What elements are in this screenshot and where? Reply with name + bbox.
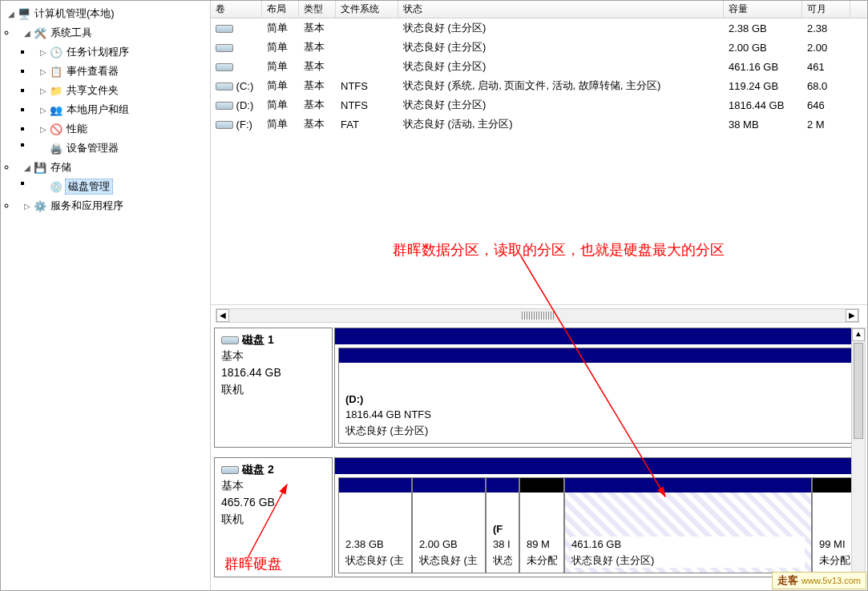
partition-selected[interactable]: 461.16 GB状态良好 (主分区) <box>564 477 812 573</box>
horizontal-scrollbar[interactable]: ◀ ▶ <box>216 308 859 323</box>
partition-status: 状态良好 (主分区) <box>345 424 428 436</box>
tree-disk-management[interactable]: 💿磁盘管理 <box>33 177 210 196</box>
disk-stripe <box>335 458 863 474</box>
disk-size: 465.76 GB <box>221 494 325 511</box>
volume-row[interactable]: (F:)简单基本FAT状态良好 (活动, 主分区)38 MB2 M <box>211 115 867 134</box>
partition-status: 状态 <box>493 554 512 566</box>
tree-local-users[interactable]: ▷👥本地用户和组 <box>33 100 210 119</box>
expand-icon[interactable]: ▷ <box>38 67 49 76</box>
col-layout[interactable]: 布局 <box>262 1 299 18</box>
users-icon: 👥 <box>49 103 63 117</box>
volume-row[interactable]: 简单基本状态良好 (主分区)461.16 GB461 <box>211 57 867 76</box>
col-type[interactable]: 类型 <box>299 1 336 18</box>
partition-unallocated[interactable]: 89 M未分配 <box>519 477 564 573</box>
volume-icon <box>216 25 233 33</box>
tree-services-apps[interactable]: ▷ ⚙️ 服务和应用程序 <box>17 196 210 215</box>
tree-root[interactable]: ◢ 🖥️ 计算机管理(本地) <box>1 4 210 23</box>
partition-size: 89 M <box>527 538 550 550</box>
partition-label: (F <box>493 523 503 535</box>
disk-row: 磁盘 2 基本 465.76 GB 联机 2.38 GB状态良好 (主 2.00… <box>214 457 864 577</box>
tree-event-viewer[interactable]: ▷📋事件查看器 <box>33 62 210 81</box>
col-filesystem[interactable]: 文件系统 <box>336 1 398 18</box>
collapse-icon[interactable]: ◢ <box>22 163 33 172</box>
cell-layout: 简单 <box>262 40 299 54</box>
cell-available: 2.00 <box>802 42 850 54</box>
disk-name: 磁盘 1 <box>242 333 274 348</box>
cell-available: 2.38 <box>802 22 850 34</box>
tree-label: 事件查看器 <box>65 64 120 78</box>
disk-info-box[interactable]: 磁盘 1 基本 1816.44 GB 联机 <box>214 328 333 448</box>
cell-available: 2 M <box>802 119 850 131</box>
expand-icon[interactable]: ▷ <box>38 86 49 95</box>
vertical-scrollbar[interactable]: ▲ ▼ <box>851 328 866 587</box>
expand-icon[interactable]: ▷ <box>22 202 33 211</box>
partition-d[interactable]: (D:) 1816.44 GB NTFS 状态良好 (主分区) <box>338 348 860 444</box>
partition[interactable]: 2.38 GB状态良好 (主 <box>338 477 412 573</box>
collapse-icon[interactable]: ◢ <box>6 10 17 18</box>
disk-name: 磁盘 2 <box>242 463 274 477</box>
volume-row[interactable]: (C:)简单基本NTFS状态良好 (系统, 启动, 页面文件, 活动, 故障转储… <box>211 76 867 95</box>
tree-label: 任务计划程序 <box>65 45 131 59</box>
partition-status: 未分配 <box>819 554 850 566</box>
performance-icon: 🚫 <box>49 122 63 136</box>
volume-icon <box>216 102 233 110</box>
partition-status: 未分配 <box>527 554 557 566</box>
disk-type: 基本 <box>221 348 325 364</box>
scroll-right-icon[interactable]: ▶ <box>846 309 858 322</box>
cell-status: 状态良好 (主分区) <box>398 21 724 35</box>
tree-storage[interactable]: ◢ 💾 存储 <box>17 158 210 177</box>
partition-status: 状态良好 (主 <box>419 554 478 566</box>
tree-label: 系统工具 <box>49 26 94 40</box>
cell-layout: 简单 <box>262 21 299 35</box>
volume-list-header: 卷 布局 类型 文件系统 状态 容量 可月 <box>211 1 867 18</box>
cell-layout: 简单 <box>262 59 299 74</box>
col-status[interactable]: 状态 <box>398 1 724 18</box>
tree-shared-folders[interactable]: ▷📁共享文件夹 <box>33 81 210 100</box>
tree-system-tools[interactable]: ◢ 🛠️ 系统工具 <box>17 23 210 42</box>
scroll-left-icon[interactable]: ◀ <box>216 309 229 322</box>
volume-row[interactable]: 简单基本状态良好 (主分区)2.38 GB2.38 <box>211 18 867 38</box>
expand-icon[interactable]: ▷ <box>38 48 49 57</box>
scroll-thumb[interactable] <box>854 343 863 439</box>
col-available[interactable]: 可月 <box>802 1 850 18</box>
volume-row[interactable]: (D:)简单基本NTFS状态良好 (主分区)1816.44 GB646 <box>211 95 867 115</box>
cell-fs: FAT <box>336 119 398 131</box>
tree-performance[interactable]: ▷🚫性能 <box>33 119 210 139</box>
collapse-icon[interactable]: ◢ <box>22 29 33 38</box>
expand-icon[interactable]: ▷ <box>38 106 49 115</box>
tree-device-manager[interactable]: 🖨️设备管理器 <box>33 139 210 158</box>
cell-type: 基本 <box>299 59 336 74</box>
disk-partition-bar: 2.38 GB状态良好 (主 2.00 GB状态良好 (主 (F38 I状态 8… <box>334 457 864 577</box>
partition-status: 状态良好 (主分区) <box>571 554 654 566</box>
disk-icon <box>221 466 239 474</box>
disk-row: 磁盘 1 基本 1816.44 GB 联机 (D:) 1816.44 GB NT… <box>214 328 864 448</box>
volume-row[interactable]: 简单基本状态良好 (主分区)2.00 GB2.00 <box>211 38 867 57</box>
col-volume[interactable]: 卷 <box>211 1 262 18</box>
cell-capacity: 1816.44 GB <box>724 99 802 111</box>
cell-type: 基本 <box>299 40 336 54</box>
tree-label: 共享文件夹 <box>65 83 120 98</box>
disk-graphic-view: 磁盘 1 基本 1816.44 GB 联机 (D:) 1816.44 GB NT… <box>211 324 867 590</box>
tree-task-scheduler[interactable]: ▷🕒任务计划程序 <box>33 42 210 62</box>
partition-size: 2.00 GB <box>419 538 458 550</box>
scroll-up-icon[interactable]: ▲ <box>852 328 865 341</box>
partition[interactable]: 2.00 GB状态良好 (主 <box>412 477 486 573</box>
partition-size: 1816.44 GB NTFS <box>345 408 431 420</box>
watermark-name: 走客 <box>777 574 798 586</box>
cell-capacity: 38 MB <box>724 119 802 131</box>
tree-label: 服务和应用程序 <box>49 199 125 213</box>
col-capacity[interactable]: 容量 <box>724 1 802 18</box>
cell-status: 状态良好 (主分区) <box>398 98 724 112</box>
cell-type: 基本 <box>299 98 336 112</box>
tree-label: 性能 <box>65 122 89 136</box>
nav-tree: ◢ 🖥️ 计算机管理(本地) ◢ 🛠️ 系统工具 ▷🕒任务计划程序 ▷📋事件 <box>1 1 211 590</box>
tree-label: 计算机管理(本地) <box>33 6 116 21</box>
disk-mgmt-icon: 💿 <box>49 179 63 194</box>
partition-f[interactable]: (F38 I状态 <box>486 477 519 573</box>
disk-info-box[interactable]: 磁盘 2 基本 465.76 GB 联机 <box>214 457 333 577</box>
cell-layout: 简单 <box>262 98 299 112</box>
scroll-grip-icon <box>522 312 554 320</box>
partition-size: 99 MI <box>819 538 846 550</box>
scroll-track[interactable] <box>229 312 846 320</box>
expand-icon[interactable]: ▷ <box>38 125 49 134</box>
